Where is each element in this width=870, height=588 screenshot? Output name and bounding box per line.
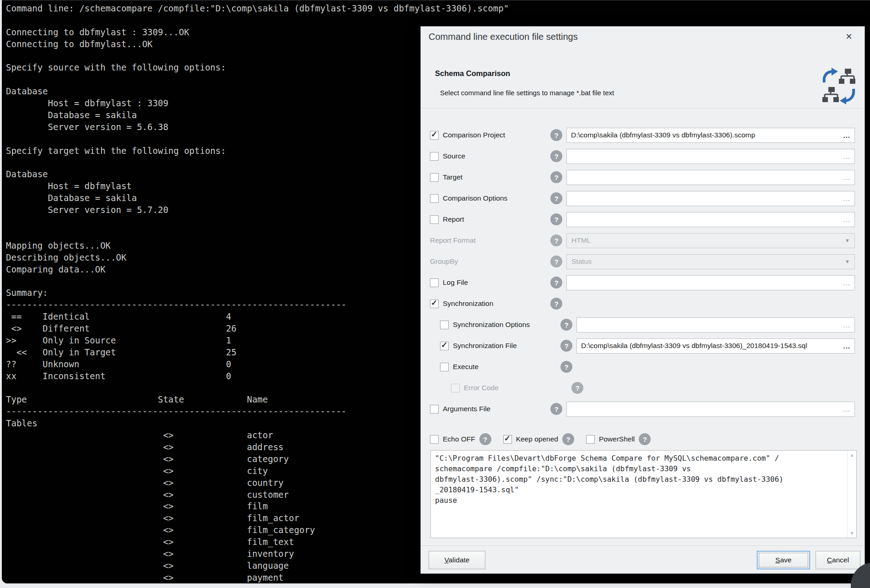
input-value-comparison-project: D:\comp\sakila (dbfmylast-3309 vs dbfmyl… [571,131,843,139]
checkbox-synchronization-options[interactable] [440,321,449,329]
checkbox-execute[interactable] [440,363,449,371]
label-zone-error-code: Error Code [430,384,571,392]
combo-report-format: HTML [566,233,855,248]
validate-button[interactable]: Validate [429,551,485,569]
help-icon-synchronization-options[interactable] [560,319,572,331]
schema-comparison-subtitle: Select command line file settings to man… [440,89,614,97]
bat-text-area[interactable]: "C:\Program Files\Devart\dbForge Schema … [430,450,857,538]
browse-button-comparison-options: ... [843,195,850,202]
option-row-source: Source... [430,146,855,167]
control-report: ... [566,212,855,227]
help-icon-comparison-project[interactable] [550,129,562,141]
cancel-button-label: Cancel [827,556,849,564]
browse-button-synchronization-options: ... [843,321,850,329]
help-icon-source[interactable] [550,150,562,162]
console-line: Command line: /schemacompare /compfile:"… [6,3,870,15]
label-arguments-file: Arguments File [443,405,490,413]
checkbox-echo-off[interactable] [430,435,439,444]
browse-button-arguments-file: ... [843,405,850,413]
label-groupby: GroupBy [430,257,458,266]
checkbox-report[interactable] [430,215,439,224]
checkbox-synchronization-file[interactable] [440,342,449,350]
input-comparison-project[interactable]: D:\comp\sakila (dbfmylast-3309 vs dbfmyl… [566,128,855,143]
help-icon-synchronization-file[interactable] [560,340,572,352]
schema-compare-icon [821,67,857,105]
option-row-arguments-file: Arguments File... [430,398,855,419]
checkbox-keep-opened[interactable] [503,435,512,444]
option-row-report-format: Report FormatHTML [430,230,855,251]
input-log-file[interactable]: ... [566,275,855,290]
label-powershell: PowerShell [599,435,635,443]
save-button-label: Save [775,556,791,564]
help-icon-log-file[interactable] [550,277,562,289]
schema-comparison-heading: Schema Comparison [435,69,510,78]
label-report: Report [443,215,464,223]
control-report-format: HTML [566,233,855,248]
chevron-down-icon [845,238,850,243]
label-zone-execute: Execute [430,363,560,371]
scroll-down-icon[interactable] [850,531,854,536]
control-synchronization-file: D:\comp\sakila (dbfmylast-3309 vs dbfmyl… [576,338,855,354]
flag-keep-opened: Keep opened [503,433,574,445]
option-row-report: Report... [430,209,855,230]
help-icon-report-format[interactable] [550,234,562,246]
validate-button-label: Validate [445,556,470,564]
control-synchronization-options: ... [576,317,855,332]
cancel-button[interactable]: Cancel [816,551,860,569]
browse-button-comparison-project[interactable]: ... [843,131,850,139]
option-row-synchronization-options: Synchronization Options... [430,314,855,335]
scroll-up-icon[interactable] [850,452,854,457]
checkbox-comparison-options[interactable] [430,194,439,203]
help-icon-keep-opened[interactable] [562,433,574,445]
help-icon-comparison-options[interactable] [550,192,562,204]
input-synchronization-file[interactable]: D:\comp\sakila (dbfmylast-3309 vs dbfmyl… [576,338,855,354]
label-zone-target: Target [430,173,550,182]
flags-row: Echo OFFKeep openedPowerShell [430,429,663,450]
checkbox-powershell[interactable] [586,435,595,444]
close-icon[interactable] [843,30,855,43]
help-icon-execute[interactable] [560,361,572,373]
checkbox-synchronization[interactable] [430,299,439,308]
label-zone-synchronization: Synchronization [430,299,550,308]
help-icon-report[interactable] [550,213,562,225]
label-zone-arguments-file: Arguments File [430,405,550,414]
browse-button-source: ... [843,152,850,160]
bat-text: "C:\Program Files\Devart\dbForge Schema … [435,453,844,535]
label-synchronization-file: Synchronization File [453,342,517,350]
option-row-synchronization-file: Synchronization FileD:\comp\sakila (dbfm… [430,335,855,356]
checkbox-arguments-file[interactable] [430,405,439,414]
input-comparison-options[interactable]: ... [566,191,855,206]
label-execute: Execute [453,363,478,371]
help-icon-arguments-file[interactable] [550,403,562,415]
help-icon-target[interactable] [550,171,562,183]
scrollbar[interactable] [847,451,856,538]
help-icon-synchronization[interactable] [550,298,562,310]
browse-button-synchronization-file[interactable]: ... [843,342,850,350]
help-icon-error-code[interactable] [571,382,583,394]
label-zone-source: Source [430,152,550,161]
help-icon-groupby[interactable] [550,256,562,267]
checkbox-error-code [451,384,460,392]
input-report[interactable]: ... [566,212,855,227]
checkbox-source[interactable] [430,152,439,161]
combo-value-groupby: Status [571,257,845,266]
help-icon-echo-off[interactable] [479,433,491,445]
header-separator [421,108,865,109]
input-arguments-file[interactable]: ... [566,402,855,417]
checkbox-log-file[interactable] [430,278,439,287]
label-comparison-project: Comparison Project [443,131,505,139]
input-synchronization-options[interactable]: ... [576,317,855,332]
input-target[interactable]: ... [566,170,855,185]
input-source[interactable]: ... [566,149,855,164]
label-error-code: Error Code [464,384,499,392]
label-report-format: Report Format [430,236,476,245]
dialog-title: Command line execution file settings [429,32,578,42]
browse-button-target: ... [843,174,850,181]
checkbox-comparison-project[interactable] [430,131,439,140]
checkbox-target[interactable] [430,173,439,182]
command-line-execution-dialog: Command line execution file settings Sch… [420,26,865,574]
label-zone-synchronization-options: Synchronization Options [430,321,560,329]
label-synchronization: Synchronization [443,299,493,308]
save-button[interactable]: Save [757,551,810,569]
help-icon-powershell[interactable] [639,433,651,445]
